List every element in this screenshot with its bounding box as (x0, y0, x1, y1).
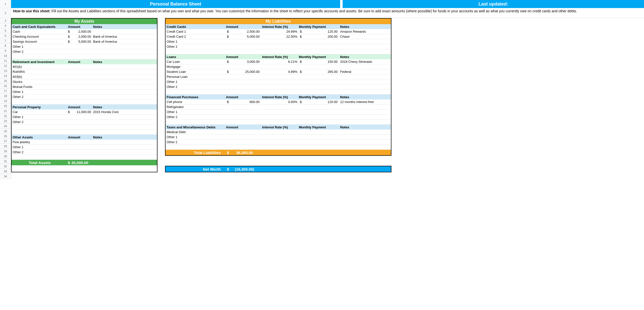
data-row[interactable]: Other 1 (12, 89, 157, 94)
data-row[interactable]: Other 2 (166, 140, 391, 145)
cell-label[interactable]: Other 2 (12, 120, 67, 124)
financed-header[interactable]: Financed Purchases Amount Interest Rate … (166, 94, 391, 99)
data-row[interactable]: Other 2 (12, 150, 157, 155)
spacer-row[interactable] (166, 120, 391, 125)
networth-row[interactable]: Net Worth $(16,300.00) (166, 166, 391, 172)
loans-header[interactable]: Loans Amount Interest Rate (%) Monthly P… (166, 54, 391, 59)
data-row[interactable]: Medical Debt (166, 130, 391, 135)
cell-label[interactable]: Other 1 (12, 45, 67, 48)
data-row[interactable]: Student Loan $25,000.00 4.99% $265.00 Fe… (166, 69, 391, 74)
cell-label[interactable]: Medical Debt (166, 130, 226, 134)
data-row[interactable]: Car $11,000.00 2015 Honda Civic (12, 110, 157, 115)
instructions-cell[interactable]: How to use this sheet: Fill out the Asse… (11, 8, 644, 18)
cell-label[interactable]: Other 2 (166, 85, 226, 89)
cell-label[interactable]: Other 1 (166, 40, 226, 43)
cell-label[interactable]: Other 1 (166, 135, 226, 139)
data-row[interactable]: Car Loan $3,000.00 8.21% $150.00 2018 Ch… (166, 59, 391, 64)
data-row[interactable]: Other 1 (166, 110, 391, 115)
data-row[interactable]: Credit Card 2 $5,000.00 22.50% $200.00 C… (166, 34, 391, 39)
row-number[interactable]: 15 (0, 78, 11, 83)
data-row[interactable]: Credit Card 1 $2,500.00 24.99% $125.00 A… (166, 29, 391, 34)
cell-label[interactable]: Other 2 (166, 115, 226, 119)
row-number[interactable]: 16 (0, 83, 11, 88)
cell-payment[interactable]: $150.00 (299, 60, 339, 64)
data-row[interactable]: Other 2 (166, 44, 391, 49)
row-number[interactable]: 17 (0, 88, 11, 93)
data-row[interactable]: 403(b) (12, 74, 157, 79)
cell-label[interactable]: Refrigerator (166, 105, 226, 109)
cell-label[interactable]: Car (12, 110, 67, 114)
data-row[interactable]: Other 2 (166, 84, 391, 89)
taxes-header[interactable]: Taxes and Miscellaneous Debts Amount Int… (166, 125, 391, 130)
row-number[interactable]: 21 (0, 109, 11, 114)
row-number[interactable]: 7 (0, 38, 11, 43)
cell-notes[interactable]: 2018 Chevy Silverado (339, 60, 391, 64)
cell-label[interactable]: Other 2 (12, 150, 67, 154)
last-updated-label[interactable]: Last updated: (343, 0, 644, 8)
cell-amount[interactable]: $3,000.00 (226, 60, 261, 64)
data-row[interactable]: Mutual Funds (12, 84, 157, 89)
cell-notes[interactable]: Amazon Rewards (339, 30, 391, 33)
cell-label[interactable]: Stocks (12, 80, 67, 84)
cell-label[interactable]: 401(k) (12, 65, 67, 69)
data-row[interactable]: Other 2 (166, 115, 391, 120)
data-row[interactable]: Other 1 (166, 135, 391, 140)
cell-label[interactable]: Other 1 (166, 110, 226, 114)
property-header[interactable]: Personal Property Amount Notes (12, 105, 157, 110)
total-liabilities-row[interactable]: Total Liabilities $36,300.00 (166, 150, 391, 155)
cell-label[interactable]: 403(b) (12, 75, 67, 79)
cell-label[interactable]: Other 2 (12, 95, 67, 99)
cell-notes[interactable]: 2015 Honda Civic (92, 110, 157, 114)
cell-label[interactable]: Other 1 (12, 115, 67, 119)
cell-label[interactable]: Other 1 (166, 80, 226, 84)
spacer-row[interactable] (12, 130, 157, 135)
other-assets-header[interactable]: Other Assets Amount Notes (12, 135, 157, 140)
data-row[interactable]: RothIRA (12, 69, 157, 74)
total-assets-row[interactable]: Total Assets $20,000.00 (12, 160, 157, 165)
data-row[interactable]: Other 1 (12, 145, 157, 150)
data-row[interactable]: Mortgage (166, 64, 391, 69)
row-number[interactable]: 11 (0, 58, 11, 63)
row-number[interactable]: 6 (0, 33, 11, 38)
row-number[interactable]: 9 (0, 48, 11, 53)
row-number[interactable]: 30 (0, 154, 11, 159)
cell-label[interactable]: Other 2 (166, 45, 226, 48)
cell-label[interactable]: Other 2 (12, 50, 67, 54)
row-number[interactable]: 8 (0, 43, 11, 48)
data-row[interactable]: Refrigerator (166, 105, 391, 110)
cell-payment[interactable]: $120.00 (299, 100, 339, 104)
row-number[interactable]: 26 (0, 134, 11, 139)
cell-payment[interactable]: $125.00 (299, 30, 339, 33)
cell-amount[interactable]: $2,500.00 (226, 30, 261, 33)
assets-title[interactable]: My Assets (12, 19, 157, 24)
row-number[interactable]: 20 (0, 104, 11, 109)
data-row[interactable]: Other 1 (166, 39, 391, 44)
cash-header[interactable]: Cash and Cash Equivalents Amount Notes (12, 24, 157, 29)
row-number[interactable]: 3 (0, 18, 11, 23)
credit-header[interactable]: Credit Cards Amount Interest Rate (%) Mo… (166, 24, 391, 29)
cell-amount[interactable]: $25,000.00 (226, 70, 261, 74)
cell-label[interactable]: Other 2 (166, 140, 226, 144)
cell-payment[interactable]: $265.00 (299, 70, 339, 74)
cell-label[interactable]: Checking Account (12, 35, 67, 38)
cell-notes[interactable]: Federal (339, 70, 391, 74)
row-number[interactable]: 22 (0, 114, 11, 119)
data-row[interactable]: Other 2 (12, 49, 157, 54)
cell-payment[interactable]: $200.00 (299, 35, 339, 38)
cell-label[interactable]: Savings Account (12, 40, 67, 43)
data-row[interactable]: Fine jewelry (12, 140, 157, 145)
data-row[interactable]: Personal Loan (166, 74, 391, 79)
cell-rate[interactable]: 22.50% (261, 35, 299, 38)
row-number[interactable]: 23 (0, 119, 11, 124)
liabilities-title[interactable]: My Liabilities (166, 19, 391, 24)
row-number[interactable]: 14 (0, 73, 11, 78)
cell-label[interactable]: Cell phone (166, 100, 226, 104)
row-number[interactable]: 27 (0, 139, 11, 144)
row-number[interactable]: 1 (0, 0, 11, 8)
data-row[interactable]: 401(k) (12, 64, 157, 69)
data-row[interactable]: Cash $2,000.00 (12, 29, 157, 34)
data-row[interactable]: Other 1 (166, 79, 391, 84)
sheet-title[interactable]: Personal Balance Sheet (11, 0, 341, 8)
data-row[interactable]: Cell phone $800.00 0.00% $120.00 12 mont… (166, 99, 391, 105)
row-number[interactable]: 28 (0, 144, 11, 149)
